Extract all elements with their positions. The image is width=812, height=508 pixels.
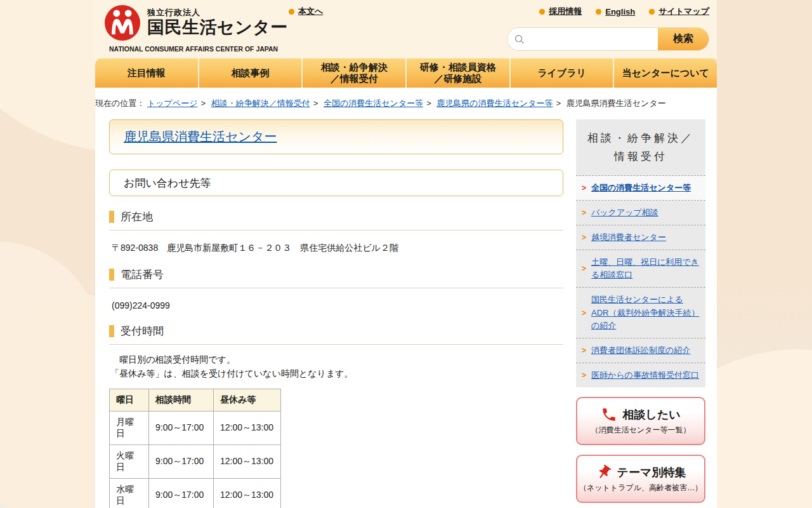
content-area: 現在の位置： トップページ> 相談・紛争解決／情報受付> 全国の消費生活センター… bbox=[95, 88, 717, 508]
sidebar-item-class-action[interactable]: > 消費者団体訴訟制度の紹介 bbox=[576, 338, 705, 363]
magnifier-icon bbox=[514, 34, 525, 45]
col-header-day: 曜日 bbox=[110, 389, 149, 411]
col-header-lunch: 昼休み等 bbox=[214, 389, 281, 411]
search-input[interactable] bbox=[525, 28, 658, 50]
orange-bullet-icon bbox=[596, 9, 601, 15]
breadcrumb-link-centers-nationwide[interactable]: 全国の消費生活センター等 bbox=[324, 98, 423, 108]
link-recruit[interactable]: 採用情報 bbox=[539, 6, 582, 17]
chevron-right-icon: > bbox=[582, 263, 586, 275]
orange-bar-icon bbox=[109, 269, 114, 281]
consultation-banner-button[interactable]: 相談したい （消費生活センター等一覧） bbox=[576, 397, 705, 445]
breadcrumb-prefix: 現在の位置： bbox=[95, 98, 145, 108]
chevron-right-icon: > bbox=[582, 232, 586, 244]
nav-item-about[interactable]: 当センターについて bbox=[613, 58, 717, 88]
sidebar-menu: 相談・紛争解決／ 情報受付 > 全国の消費生活センター等 > バックアップ相談 … bbox=[576, 119, 705, 387]
breadcrumb-link-consultation[interactable]: 相談・紛争解決／情報受付 bbox=[211, 98, 310, 108]
table-row: 水曜日 9:00～17:00 12:00～13:00 bbox=[110, 479, 281, 508]
address-text: 〒892-0838 鹿児島市新屋敷町１６－２０３ 県住宅供給公社ビル２階 bbox=[112, 243, 563, 254]
org-name: 国民生活センター bbox=[147, 18, 288, 37]
theme-features-banner-button[interactable]: テーマ別特集 （ネットトラブル、高齢者被害…） bbox=[576, 455, 705, 503]
orange-bar-icon bbox=[109, 325, 114, 337]
page-title-link[interactable]: 鹿児島県消費生活センター bbox=[124, 128, 277, 145]
orange-bullet-icon bbox=[539, 9, 545, 15]
orange-bullet-icon bbox=[289, 9, 294, 15]
contact-box-heading: お問い合わせ先等 bbox=[109, 170, 563, 196]
orange-bar-icon bbox=[109, 211, 114, 223]
table-row: 火曜日 9:00～17:00 12:00～13:00 bbox=[110, 445, 281, 479]
site-logo[interactable]: 独立行政法人 国民生活センター NATIONAL CONSUMER AFFAIR… bbox=[104, 4, 288, 41]
breadcrumb-link-kagoshima-centers[interactable]: 鹿児島県の消費生活センター等 bbox=[436, 98, 553, 108]
sidebar-item-adr[interactable]: > 国民生活センターによるADR（裁判外紛争解決手続）の紹介 bbox=[576, 288, 705, 338]
nav-item-consultation[interactable]: 相談・紛争解決／情報受付 bbox=[301, 58, 405, 88]
consultation-button-title: 相談したい bbox=[622, 407, 680, 422]
col-header-time: 相談時間 bbox=[149, 389, 214, 411]
hours-table: 曜日 相談時間 昼休み等 月曜日 9:00～17:00 12:00～13:00 … bbox=[109, 389, 281, 508]
link-sitemap[interactable]: サイトマップ bbox=[649, 6, 709, 17]
nav-item-featured[interactable]: 注目情報 bbox=[95, 58, 198, 88]
site-search: 検索 bbox=[508, 28, 709, 50]
chevron-right-icon: > bbox=[582, 207, 586, 219]
page-container: 独立行政法人 国民生活センター NATIONAL CONSUMER AFFAIR… bbox=[95, 0, 717, 508]
page-title-box: 鹿児島県消費生活センター bbox=[109, 119, 563, 154]
chevron-right-icon: > bbox=[582, 370, 586, 382]
consultation-button-subtitle: （消費生活センター等一覧） bbox=[591, 425, 691, 436]
skip-link-label[interactable]: 本文へ bbox=[298, 6, 323, 17]
breadcrumb-link-home[interactable]: トップページ bbox=[147, 98, 198, 108]
utility-links: 採用情報 English サイトマップ bbox=[539, 6, 709, 17]
nav-item-case-examples[interactable]: 相談事例 bbox=[198, 58, 302, 88]
hours-note-2: 「昼休み等」は、相談を受け付けていない時間となります。 bbox=[110, 367, 563, 381]
skip-to-content-link[interactable]: 本文へ bbox=[289, 6, 323, 17]
breadcrumb-current: 鹿児島県消費生活センター bbox=[566, 98, 666, 108]
section-heading-address: 所在地 bbox=[109, 210, 563, 231]
chevron-right-icon: > bbox=[582, 307, 586, 319]
theme-button-subtitle: （ネットトラブル、高齢者被害…） bbox=[579, 483, 702, 493]
hours-note-1: 曜日別の相談受付時間です。 bbox=[110, 353, 563, 367]
chevron-right-icon: > bbox=[582, 345, 586, 357]
chevron-right-icon: > bbox=[582, 182, 586, 194]
link-english[interactable]: English bbox=[596, 6, 635, 17]
sidebar: 相談・紛争解決／ 情報受付 > 全国の消費生活センター等 > バックアップ相談 … bbox=[576, 119, 705, 508]
section-heading-phone: 電話番号 bbox=[109, 267, 563, 288]
phone-number-text: (099)224-0999 bbox=[112, 300, 563, 311]
global-nav: 注目情報 相談事例 相談・紛争解決／情報受付 研修・相談員資格／研修施設 ライブ… bbox=[95, 58, 717, 88]
sidebar-item-doctor-reports[interactable]: > 医師からの事故情報受付窓口 bbox=[576, 363, 705, 387]
table-header-row: 曜日 相談時間 昼休み等 bbox=[110, 389, 281, 411]
nav-item-library[interactable]: ライブラリ bbox=[509, 58, 613, 88]
org-type-label: 独立行政法人 bbox=[147, 7, 288, 18]
sidebar-item-weekend-holiday-windows[interactable]: > 土曜、日曜、祝日に利用できる相談窓口 bbox=[576, 250, 705, 288]
phone-icon bbox=[601, 406, 617, 423]
theme-button-title: テーマ別特集 bbox=[617, 465, 686, 480]
search-button[interactable]: 検索 bbox=[658, 28, 709, 50]
sidebar-item-cross-border-center[interactable]: > 越境消費者センター bbox=[576, 225, 705, 250]
org-name-english: NATIONAL CONSUMER AFFAIRS CENTER OF JAPA… bbox=[109, 45, 278, 53]
table-row: 月曜日 9:00～17:00 12:00～13:00 bbox=[110, 411, 281, 445]
nav-item-training[interactable]: 研修・相談員資格／研修施設 bbox=[405, 58, 509, 88]
main-column: 鹿児島県消費生活センター お問い合わせ先等 所在地 〒892-0838 鹿児島市… bbox=[109, 119, 563, 508]
sidebar-title: 相談・紛争解決／ 情報受付 bbox=[576, 119, 705, 176]
orange-bullet-icon bbox=[649, 9, 655, 15]
sidebar-item-centers-nationwide[interactable]: > 全国の消費生活センター等 bbox=[576, 176, 705, 201]
pushpin-icon bbox=[596, 464, 612, 481]
sidebar-item-backup-consultation[interactable]: > バックアップ相談 bbox=[576, 201, 705, 225]
section-heading-hours: 受付時間 bbox=[109, 324, 563, 345]
hours-notes: 曜日別の相談受付時間です。 「昼休み等」は、相談を受け付けていない時間となります… bbox=[110, 353, 563, 380]
breadcrumb: 現在の位置： トップページ> 相談・紛争解決／情報受付> 全国の消費生活センター… bbox=[95, 88, 717, 109]
two-people-holding-hands-icon bbox=[104, 4, 141, 41]
site-header: 独立行政法人 国民生活センター NATIONAL CONSUMER AFFAIR… bbox=[95, 0, 717, 58]
